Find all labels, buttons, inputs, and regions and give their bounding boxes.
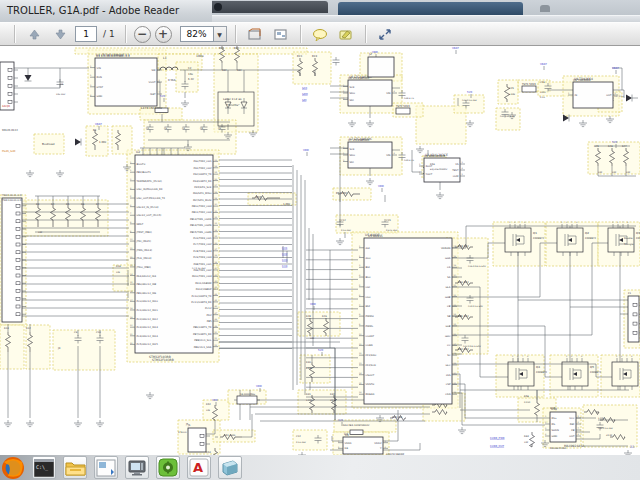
background-tab-close[interactable] xyxy=(540,5,550,12)
highlight-box xyxy=(112,126,132,154)
net-label: SCK xyxy=(302,87,307,90)
firefox-icon xyxy=(1,456,25,480)
test-point xyxy=(522,86,536,92)
pin-label: PD2 xyxy=(206,314,211,317)
pin-label: PB7/UART1_RX xyxy=(193,333,212,336)
ic-body xyxy=(364,238,452,404)
connector-label: P1 xyxy=(628,292,631,295)
zoom-in-button[interactable]: + xyxy=(155,26,172,43)
pin-label: ESF xyxy=(366,305,371,308)
pdf-document-area[interactable]: 5V0VDDVDDVBATVDD5V0VBATVBATVDDVDDVDD3V3V… xyxy=(0,46,640,455)
power-flag: VDD xyxy=(303,149,309,152)
divider xyxy=(365,25,366,43)
power-flag: 5V0 xyxy=(160,95,165,98)
pin-label: OUT xyxy=(606,94,612,97)
component-label: 6.3V xyxy=(188,78,194,81)
pin-label: SDO xyxy=(350,154,356,157)
pin-label: GHC xyxy=(445,335,451,338)
highlight-box xyxy=(496,108,520,130)
test-point-label: TST1 5016 xyxy=(522,83,536,86)
pin-label: PC10/UART3_TX xyxy=(192,295,212,298)
previous-page-button[interactable] xyxy=(23,25,45,44)
pin-number: 4 xyxy=(462,167,464,169)
taskbar-terminal[interactable]: C:\_ xyxy=(32,456,56,479)
pin-label: SHDN xyxy=(552,429,559,432)
background-tab-active[interactable] xyxy=(338,2,523,15)
resistor xyxy=(530,432,535,447)
component-label: R6 xyxy=(81,203,85,206)
component-label: MAX9924ASA xyxy=(550,447,567,450)
component-label: C15 xyxy=(386,219,391,222)
highlight-box xyxy=(176,62,198,92)
taskbar-image-viewer[interactable] xyxy=(94,456,118,479)
power-flag: VDD xyxy=(256,385,262,388)
pin-label: JTDO_(PB3) xyxy=(136,266,151,269)
component-label: R14 xyxy=(26,327,31,330)
component-label: 10K xyxy=(524,441,529,444)
pin-label: CB xyxy=(447,305,451,308)
taskbar-file-manager[interactable] xyxy=(63,456,87,479)
fullscreen-button[interactable] xyxy=(374,25,396,44)
pin-label: ALO xyxy=(366,257,371,260)
pin-label: SC xyxy=(447,354,451,357)
pin-label: COM xyxy=(453,175,459,178)
component-label: "Throttle" xyxy=(226,103,240,107)
component-label: R56 xyxy=(524,395,529,398)
pin-label: VIN xyxy=(386,92,390,95)
pin-label: OSC_IN/PD0/CAN_RX xyxy=(137,188,163,191)
component-label: R20 xyxy=(256,196,261,199)
ic-body xyxy=(135,155,213,353)
pin-label: COAST xyxy=(366,335,375,338)
zoom-dropdown-button[interactable]: ▼ xyxy=(214,26,227,42)
net-label: >> xyxy=(630,445,634,448)
component-label: R24 xyxy=(312,55,317,58)
taskbar-green-utility[interactable] xyxy=(156,456,180,479)
pin-label: LSS xyxy=(446,374,451,377)
pin-label: DE xyxy=(345,447,349,450)
highlight-icon xyxy=(338,28,354,41)
next-page-button[interactable] xyxy=(49,25,71,44)
pin-label: JTDI_(PA15) xyxy=(136,240,151,243)
pin-label: PC0/ADC12_IN10 xyxy=(137,300,159,303)
mosfet-ref: Q5 xyxy=(590,365,594,369)
pin-label: PC3/ADC12_IN13 xyxy=(137,326,159,329)
component-label: R25 xyxy=(509,87,514,90)
power-flag: VDD xyxy=(372,51,378,54)
zoom-out-button[interactable]: − xyxy=(134,26,151,43)
taskbar-blue-box-app[interactable] xyxy=(218,456,242,479)
taskbar-monitor-app[interactable] xyxy=(125,456,149,479)
taskbar-firefox[interactable] xyxy=(1,456,25,479)
pin-label: PB2/BOOT1 xyxy=(137,171,152,174)
folder-icon xyxy=(65,459,86,477)
pin-label: CSN xyxy=(445,393,450,396)
monitor-icon xyxy=(127,459,147,477)
pin-label: FB xyxy=(571,429,574,432)
zoom-level-input[interactable]: 82% xyxy=(180,26,214,42)
pin-label: FF1/SDO xyxy=(366,354,377,357)
component-label: R57 10K xyxy=(336,192,347,195)
component-label: 10K xyxy=(38,231,43,234)
component-label: 20.0k xyxy=(330,399,337,402)
component-label: 10u 16V xyxy=(56,93,66,96)
pin-label: GLC xyxy=(445,364,450,367)
component-label: 1.00k xyxy=(283,203,291,206)
component-label: 0.56A xyxy=(168,79,176,82)
test-point-label: TST2 5016 xyxy=(396,105,410,108)
highlight-button[interactable] xyxy=(335,25,357,44)
comment-button[interactable] xyxy=(309,25,331,44)
fit-page-button[interactable] xyxy=(270,25,292,44)
component-label: U7 LTC2485IDC xyxy=(348,138,369,142)
component-label: 100V xyxy=(540,91,546,94)
taskbar-adobe-reader[interactable]: A xyxy=(187,456,211,479)
component-label: R5 xyxy=(66,203,70,206)
crystal xyxy=(237,396,257,404)
background-tab[interactable] xyxy=(208,1,328,13)
power-flag: VBAT xyxy=(612,67,619,70)
scroll-mode-button[interactable] xyxy=(244,25,266,44)
pin-label: PA6/SPI1_MISO xyxy=(193,192,212,195)
component-label: PG46_G40 xyxy=(2,150,16,153)
pin-label: PA8/TIM1_CH1 xyxy=(194,263,212,266)
page-number-input[interactable]: 1 xyxy=(75,26,97,42)
pin-label: PWMH xyxy=(366,315,374,318)
component-label: 4AHJR xyxy=(2,105,10,108)
